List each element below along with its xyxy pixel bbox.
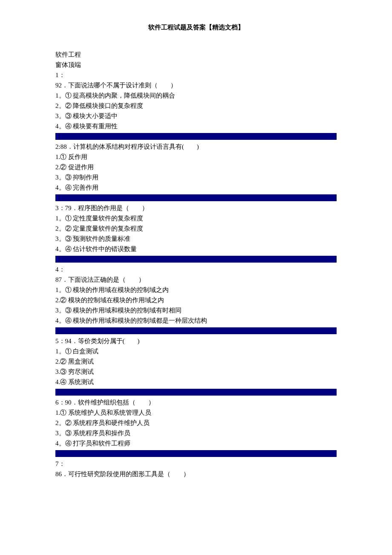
option-text: 2。② 系统程序员和硬件维护人员: [55, 418, 337, 428]
question-stem: 3：79．程序图的作用是（ ）: [55, 203, 337, 213]
question-stem-text: 88．计算机的体系结构对程序设计语言具有( ): [61, 143, 199, 150]
question-stem: 92．下面说法哪个不属于设计准则（ ）: [55, 80, 337, 90]
option-text: 2.② 模块的控制域在模块的作用域之内: [55, 295, 337, 305]
question-index: 1：: [55, 70, 337, 80]
question-index: 6：: [55, 399, 65, 406]
option-text: 2。② 定量度量软件的复杂程度: [55, 223, 337, 234]
separator-bar: [55, 194, 337, 201]
option-text: 4。④ 模块的作用域和模块的控制域都是一种层次结构: [55, 315, 337, 326]
option-text: 4.④ 系统测试: [55, 377, 337, 387]
option-text: 1。① 定性度量软件的复杂程度: [55, 213, 337, 223]
option-text: 1。① 白盒测试: [55, 346, 337, 356]
question-stem: 5：94．等价类划分属于( ): [55, 336, 337, 346]
option-text: 3。③ 预测软件的质量标准: [55, 234, 337, 244]
option-text: 4。④ 估计软件中的错误数量: [55, 244, 337, 254]
option-text: 2。② 降低模块接口的复杂程度: [55, 101, 337, 111]
question-stem: 2:88．计算机的体系结构对程序设计语言具有( ): [55, 142, 337, 152]
document-page: 软件工程试题及答案【精选文档】 软件工程 窗体顶端 1： 92．下面说法哪个不属…: [0, 0, 392, 496]
separator-bar: [55, 327, 337, 334]
option-text: 3.③ 穷尽测试: [55, 367, 337, 377]
question-index: 3：: [55, 205, 65, 211]
option-text: 2.② 黑盒测试: [55, 356, 337, 367]
option-text: 4。④ 完善作用: [55, 182, 337, 193]
question-index: 5：: [55, 338, 65, 344]
option-text: 1。① 模块的作用域在模块的控制域之内: [55, 285, 337, 295]
option-text: 1。① 提高模块的内聚，降低模块间的耦合: [55, 90, 337, 101]
subject-heading: 软件工程: [55, 49, 337, 60]
question-index: 2:: [55, 143, 61, 150]
question-stem-text: 79．程序图的作用是（ ）: [65, 205, 148, 211]
option-text: 3。③ 模块大小要适中: [55, 111, 337, 121]
option-text: 4。④ 打字员和软件工程师: [55, 438, 337, 448]
separator-bar: [55, 450, 337, 457]
option-text: 1.① 反作用: [55, 152, 337, 162]
option-text: 3。③ 模块的作用域和模块的控制域有时相同: [55, 305, 337, 315]
option-text: 4。④ 模块要有重用性: [55, 121, 337, 131]
separator-bar: [55, 389, 337, 396]
option-text: 3。③ 系统程序员和操作员: [55, 428, 337, 438]
option-text: 1.① 系统维护人员和系统管理人员: [55, 408, 337, 418]
option-text: 3。③ 抑制作用: [55, 172, 337, 182]
question-index: 7：: [55, 459, 337, 469]
separator-bar: [55, 133, 337, 140]
document-title: 软件工程试题及答案【精选文档】: [55, 23, 337, 32]
question-stem-text: 90．软件维护组织包括（ ）: [65, 399, 155, 406]
question-stem: 87．下面说法正确的是（ ）: [55, 275, 337, 285]
question-stem: 6：90．软件维护组织包括（ ）: [55, 397, 337, 408]
question-stem-text: 94．等价类划分属于( ): [65, 338, 140, 344]
question-index: 4：: [55, 264, 337, 275]
option-text: 2.② 促进作用: [55, 162, 337, 172]
separator-bar: [55, 256, 337, 263]
question-stem: 86．可行性研究阶段使用的图形工具是（ ）: [55, 469, 337, 479]
preamble-text: 窗体顶端: [55, 60, 337, 70]
